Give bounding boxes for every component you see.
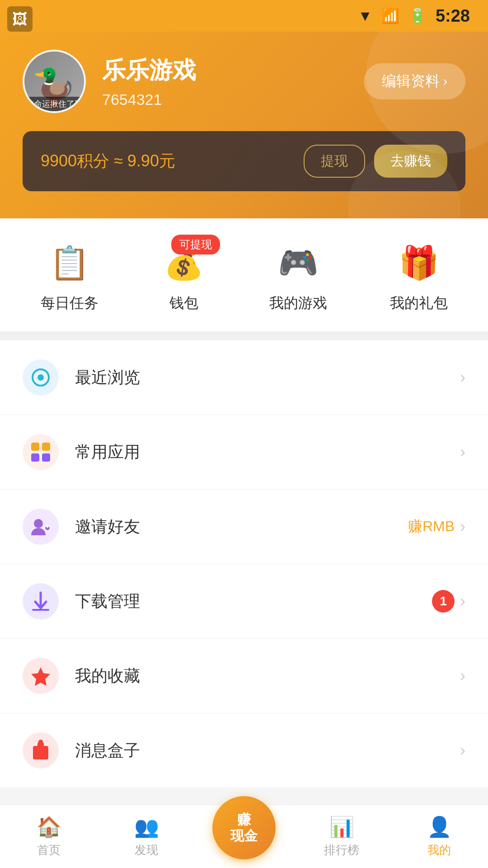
go-earn-button[interactable]: 去赚钱 xyxy=(374,145,447,178)
my-gifts-icon: 🎁 xyxy=(399,244,439,282)
nav-discover-label: 发现 xyxy=(135,842,158,858)
message-box-label: 消息盒子 xyxy=(75,740,460,762)
discover-icon: 👥 xyxy=(134,815,159,839)
earn-btn-text: 赚现金 xyxy=(230,811,258,844)
common-apps-chevron-icon: › xyxy=(460,443,465,462)
download-mgr-chevron-icon: › xyxy=(460,592,465,611)
menu-item-my-favorites[interactable]: 我的收藏 › xyxy=(0,639,488,713)
gallery-icon: 🖼 xyxy=(7,6,33,32)
my-games-icon: 🎮 xyxy=(278,244,319,282)
sim-icon: 📶 xyxy=(381,7,399,24)
menu-item-common-apps[interactable]: 常用应用 › xyxy=(0,415,488,490)
nav-mine-label: 我的 xyxy=(427,842,451,858)
action-my-gifts[interactable]: 🎁 我的礼包 xyxy=(390,240,448,313)
status-time: 5:28 xyxy=(436,6,470,26)
points-bar: 9900积分 ≈ 9.90元 提现 去赚钱 xyxy=(23,131,465,191)
my-gifts-label: 我的礼包 xyxy=(390,293,448,313)
nav-home[interactable]: 🏠 首页 xyxy=(0,815,98,858)
svg-rect-2 xyxy=(31,443,39,451)
wallet-label: 钱包 xyxy=(169,293,198,313)
battery-icon: 🔋 xyxy=(408,7,427,24)
nav-discover[interactable]: 👥 发现 xyxy=(98,815,195,858)
invite-friends-label: 邀请好友 xyxy=(75,516,408,538)
menu-list: 最近浏览 › 常用应用 › 邀请好 xyxy=(0,340,488,788)
download-mgr-icon xyxy=(23,583,59,619)
daily-task-icon: 📋 xyxy=(49,244,90,282)
ranking-icon: 📊 xyxy=(329,815,354,839)
action-my-games[interactable]: 🎮 我的游戏 xyxy=(269,240,327,313)
my-favorites-label: 我的收藏 xyxy=(75,665,460,687)
message-box-chevron-icon: › xyxy=(460,741,465,760)
menu-item-invite-friends[interactable]: 邀请好友 赚RMB › xyxy=(0,490,488,564)
svg-rect-4 xyxy=(31,453,39,462)
profile-name: 乐乐游戏 xyxy=(102,55,196,86)
svg-point-6 xyxy=(34,519,43,528)
nav-ranking-label: 排行榜 xyxy=(324,842,359,858)
svg-rect-3 xyxy=(42,443,50,451)
recent-browse-chevron-icon: › xyxy=(460,368,465,387)
download-badge: 1 xyxy=(432,590,455,613)
profile-header: 被命运揪住了脖 乐乐游戏 7654321 编辑资料 › 9900积分 ≈ 9.9… xyxy=(0,32,488,218)
invite-friends-earn: 赚RMB xyxy=(408,517,455,537)
withdraw-button[interactable]: 提现 xyxy=(304,145,365,178)
profile-id: 7654321 xyxy=(102,91,196,108)
mine-icon: 👤 xyxy=(427,815,452,839)
action-daily-task[interactable]: 📋 每日任务 xyxy=(41,240,99,313)
invite-friends-chevron-icon: › xyxy=(460,517,465,536)
my-games-label: 我的游戏 xyxy=(269,293,327,313)
nav-earn-center: 赚现金 xyxy=(195,814,293,859)
menu-item-download-mgr[interactable]: 下载管理 1 › xyxy=(0,564,488,639)
wifi-icon: ▼ xyxy=(358,8,372,24)
quick-actions: 📋 每日任务 💰 可提现 钱包 🎮 我的游戏 🎁 我的礼包 xyxy=(0,217,488,331)
svg-point-1 xyxy=(38,374,44,381)
nav-home-label: 首页 xyxy=(37,842,61,858)
message-box-icon xyxy=(23,732,59,769)
avatar[interactable]: 被命运揪住了脖 xyxy=(23,50,86,113)
nav-ranking[interactable]: 📊 排行榜 xyxy=(293,815,390,858)
wallet-badge: 可提现 xyxy=(171,235,220,255)
edit-chevron-icon: › xyxy=(443,74,447,89)
status-bar: 🖼 ▼ 📶 🔋 5:28 xyxy=(0,0,488,32)
recent-browse-icon xyxy=(23,359,59,396)
points-text: 9900积分 ≈ 9.90元 xyxy=(41,150,175,172)
common-apps-icon xyxy=(23,434,59,470)
earn-center-button[interactable]: 赚现金 xyxy=(212,796,276,859)
my-favorites-chevron-icon: › xyxy=(460,666,465,685)
common-apps-label: 常用应用 xyxy=(75,441,460,463)
svg-rect-13 xyxy=(39,741,42,746)
home-icon: 🏠 xyxy=(37,815,61,839)
download-mgr-label: 下载管理 xyxy=(75,590,432,613)
section-divider xyxy=(0,331,488,340)
action-wallet[interactable]: 💰 可提现 钱包 xyxy=(161,240,206,313)
menu-item-message-box[interactable]: 消息盒子 › xyxy=(0,713,488,788)
recent-browse-label: 最近浏览 xyxy=(75,367,460,389)
edit-profile-button[interactable]: 编辑资料 › xyxy=(364,63,465,99)
avatar-label: 被命运揪住了脖 xyxy=(24,97,84,111)
menu-item-recent-browse[interactable]: 最近浏览 › xyxy=(0,340,488,415)
nav-mine[interactable]: 👤 我的 xyxy=(390,815,488,858)
my-favorites-icon xyxy=(23,658,59,694)
daily-task-label: 每日任务 xyxy=(41,293,99,313)
svg-marker-11 xyxy=(31,667,50,686)
bottom-nav: 🏠 首页 👥 发现 赚现金 📊 排行榜 👤 我的 xyxy=(0,805,488,868)
invite-friends-icon xyxy=(23,509,59,545)
svg-rect-5 xyxy=(42,453,50,462)
